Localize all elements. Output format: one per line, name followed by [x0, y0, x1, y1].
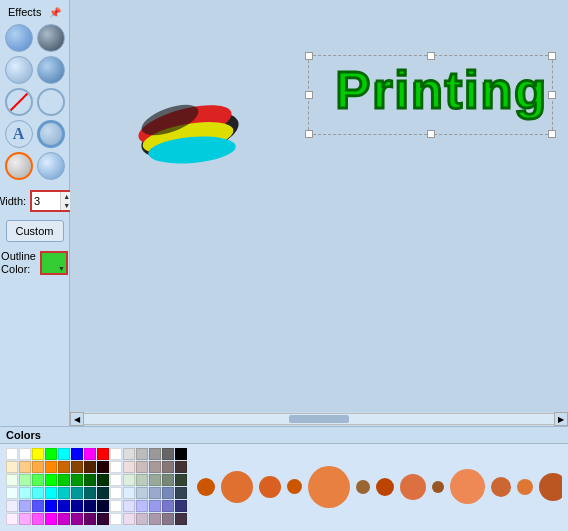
color-circle[interactable] [197, 478, 215, 496]
color-cell[interactable] [123, 500, 135, 512]
color-cell[interactable] [110, 474, 122, 486]
effect-btn-5[interactable] [37, 152, 65, 180]
handle-bl[interactable] [305, 130, 313, 138]
color-cell[interactable] [58, 500, 70, 512]
color-circle[interactable] [287, 479, 302, 494]
color-cell[interactable] [32, 448, 44, 460]
handle-bm[interactable] [427, 130, 435, 138]
effects-pin-icon[interactable]: 📌 [49, 7, 61, 18]
color-cell[interactable] [123, 461, 135, 473]
color-cell[interactable] [6, 448, 18, 460]
color-cell[interactable] [175, 461, 187, 473]
color-cell[interactable] [58, 513, 70, 525]
color-cell[interactable] [6, 487, 18, 499]
color-circle[interactable] [400, 474, 426, 500]
color-cell[interactable] [97, 513, 109, 525]
effect-btn-1[interactable] [5, 24, 33, 52]
color-cell[interactable] [19, 513, 31, 525]
color-cell[interactable] [136, 461, 148, 473]
color-cell[interactable] [19, 500, 31, 512]
color-cell[interactable] [97, 461, 109, 473]
color-cell[interactable] [84, 448, 96, 460]
color-cell[interactable] [149, 448, 161, 460]
color-cell[interactable] [162, 474, 174, 486]
color-cell[interactable] [175, 474, 187, 486]
color-cell[interactable] [84, 500, 96, 512]
color-cell[interactable] [71, 448, 83, 460]
color-cell[interactable] [6, 500, 18, 512]
color-cell[interactable] [45, 513, 57, 525]
scroll-thumb[interactable] [289, 415, 349, 423]
color-cell[interactable] [175, 487, 187, 499]
color-cell[interactable] [136, 474, 148, 486]
color-cell[interactable] [58, 487, 70, 499]
color-cell[interactable] [19, 461, 31, 473]
color-cell[interactable] [45, 500, 57, 512]
color-cell[interactable] [19, 448, 31, 460]
color-circle[interactable] [259, 476, 281, 498]
color-cell[interactable] [175, 500, 187, 512]
custom-button[interactable]: Custom [6, 220, 64, 242]
color-cell[interactable] [136, 500, 148, 512]
color-cell[interactable] [32, 461, 44, 473]
effect-btn-ring[interactable] [37, 120, 65, 148]
handle-tm[interactable] [427, 52, 435, 60]
color-circle[interactable] [491, 477, 511, 497]
color-cell[interactable] [149, 487, 161, 499]
color-cell[interactable] [84, 487, 96, 499]
color-cell[interactable] [45, 461, 57, 473]
color-cell[interactable] [97, 448, 109, 460]
color-circle[interactable] [450, 469, 485, 504]
color-cell[interactable] [110, 513, 122, 525]
color-cell[interactable] [149, 513, 161, 525]
color-cell[interactable] [84, 513, 96, 525]
color-cell[interactable] [32, 487, 44, 499]
color-cell[interactable] [45, 448, 57, 460]
color-cell[interactable] [32, 500, 44, 512]
color-cell[interactable] [162, 487, 174, 499]
color-cell[interactable] [162, 448, 174, 460]
color-cell[interactable] [162, 461, 174, 473]
color-cell[interactable] [19, 487, 31, 499]
color-circle[interactable] [221, 471, 253, 503]
color-cell[interactable] [162, 500, 174, 512]
color-cell[interactable] [97, 500, 109, 512]
color-cell[interactable] [6, 474, 18, 486]
color-cell[interactable] [136, 487, 148, 499]
handle-br[interactable] [548, 130, 556, 138]
handle-mr[interactable] [548, 91, 556, 99]
color-cell[interactable] [6, 513, 18, 525]
effect-btn-no-effect[interactable] [5, 88, 33, 116]
color-cell[interactable] [58, 461, 70, 473]
color-cell[interactable] [45, 474, 57, 486]
effect-btn-gray[interactable] [5, 152, 33, 180]
color-circle[interactable] [517, 479, 533, 495]
handle-tr[interactable] [548, 52, 556, 60]
scroll-right-arrow[interactable]: ▶ [554, 412, 568, 426]
outline-color-swatch[interactable] [40, 251, 68, 275]
color-cell[interactable] [71, 474, 83, 486]
color-cell[interactable] [136, 448, 148, 460]
color-cell[interactable] [97, 487, 109, 499]
color-cell[interactable] [123, 474, 135, 486]
color-cell[interactable] [84, 474, 96, 486]
color-cell[interactable] [123, 487, 135, 499]
color-cell[interactable] [110, 461, 122, 473]
effect-btn-text-a[interactable]: A [5, 120, 33, 148]
color-cell[interactable] [19, 474, 31, 486]
color-cell[interactable] [123, 513, 135, 525]
color-cell[interactable] [58, 448, 70, 460]
color-cell[interactable] [149, 461, 161, 473]
color-cell[interactable] [123, 448, 135, 460]
color-cell[interactable] [110, 448, 122, 460]
color-cell[interactable] [58, 474, 70, 486]
color-circle[interactable] [308, 466, 350, 508]
color-cell[interactable] [45, 487, 57, 499]
color-cell[interactable] [110, 500, 122, 512]
color-cell[interactable] [71, 513, 83, 525]
color-cell[interactable] [162, 513, 174, 525]
handle-tl[interactable] [305, 52, 313, 60]
color-circle[interactable] [376, 478, 394, 496]
color-cell[interactable] [71, 461, 83, 473]
width-input[interactable] [32, 192, 60, 210]
